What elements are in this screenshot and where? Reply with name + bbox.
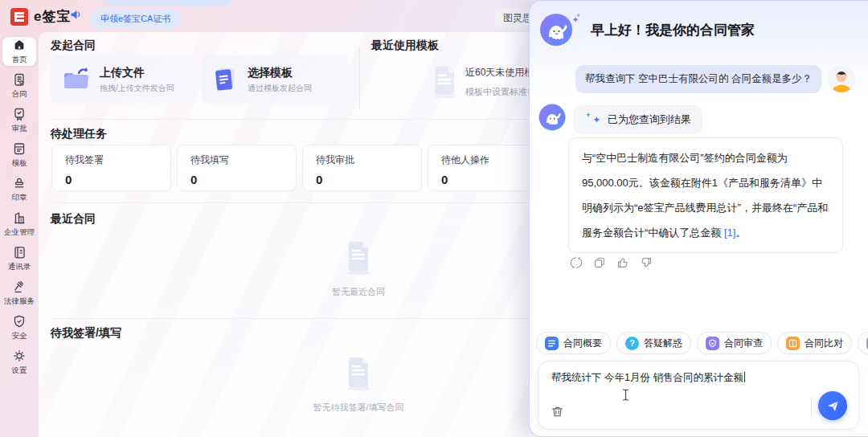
assistant-answer-card: 与“空中巴士制造有限公司”签约的合同金额为95,000.00元。该金额在附件1《… <box>568 137 843 253</box>
toast-ca-certificate[interactable]: 申领e签宝CA证书 <box>90 10 181 28</box>
vertical-divider <box>359 47 360 109</box>
empty-doc-icon <box>345 241 372 275</box>
citation-link[interactable]: [1] <box>724 227 735 239</box>
template-card-subtitle: 通过模板发起合同 <box>248 83 312 94</box>
contract-icon <box>12 72 27 87</box>
sidebar-item-security[interactable]: 安全 <box>2 313 36 342</box>
chat-input-box[interactable]: 帮我统计下 今年1月份 销售合同的累计金额 <box>538 361 859 430</box>
sidebar-item-settings[interactable]: 设置 <box>2 348 36 377</box>
sidebar-item-contracts[interactable]: 合同 <box>2 71 36 100</box>
recent-contracts-title: 最近合同 <box>51 212 96 227</box>
upload-file-card[interactable]: 上传文件 拖拽/上传文件发合同 <box>51 55 197 104</box>
toast-stack: 申领e签宝CA证书 <box>90 0 181 28</box>
shield-icon <box>12 314 27 329</box>
thumbs-down-icon[interactable] <box>640 256 653 269</box>
answer-actions <box>570 256 653 269</box>
upload-card-subtitle: 拖拽/上传文件发合同 <box>100 83 174 94</box>
answer-suffix: 。 <box>735 227 746 239</box>
pending-tasks-row: 待我签署 0 待我填写 0 待我审批 0 待他人操作 0 <box>51 145 547 191</box>
sidebar-item-templates[interactable]: 模板 <box>2 141 36 169</box>
recent-contracts-empty-state: 暂无最近合同 <box>317 241 400 298</box>
contract-summary-icon <box>545 337 559 350</box>
sidebar-item-legal[interactable]: 法律服务 <box>2 279 36 308</box>
logo-text: e签宝 <box>34 7 71 26</box>
template-icon <box>12 141 27 156</box>
chat-assistant-panel: 早上好！我是你的合同管家 帮我查询下 空中巴士有限公司的 合同金额是多少？ <box>529 0 868 437</box>
app-logo[interactable]: e签宝 <box>10 7 71 26</box>
user-message-row: 帮我查询下 空中巴士有限公司的 合同金额是多少？ <box>575 65 855 93</box>
sidebar-item-enterprise[interactable]: 企业管理 <box>2 210 36 239</box>
clear-input-icon[interactable] <box>551 405 564 419</box>
answer-text: 与“空中巴士制造有限公司”签约的合同金额为95,000.00元。该金额在附件1《… <box>582 152 828 239</box>
skill-qa[interactable]: ? 答疑解惑 <box>616 332 691 354</box>
choose-template-card[interactable]: 选择模板 通过模板发起合同 <box>202 55 348 104</box>
send-plane-icon <box>826 399 840 413</box>
sidebar-item-approvals[interactable]: 审批 <box>2 106 36 135</box>
esign-app: e签宝 申领e签宝CA证书 图灵思 首页 合同 <box>0 0 868 437</box>
send-button[interactable] <box>818 391 847 420</box>
template-doc-icon <box>212 66 238 93</box>
skill-contract-review[interactable]: 合同审查 <box>697 332 772 354</box>
skill-contract-compare[interactable]: 合同比对 <box>777 332 852 354</box>
chat-header: 早上好！我是你的合同管家 <box>539 12 755 47</box>
sparkle-icons <box>584 113 602 126</box>
my-tasks-title: 待我签署/填写 <box>51 326 121 341</box>
pending-tasks-title: 待处理任务 <box>51 127 107 141</box>
send-divider <box>811 397 812 416</box>
chat-greeting: 早上好！我是你的合同管家 <box>591 21 755 39</box>
assistant-avatar-small <box>537 102 567 133</box>
skill-chips-row: 合同概要 ? 答疑解惑 合同审查 合同比对 更多技能 <box>536 332 868 354</box>
regenerate-icon[interactable] <box>570 256 583 269</box>
ibeam-cursor <box>622 389 629 401</box>
approval-icon <box>12 107 27 121</box>
folder-upload-icon <box>61 66 90 93</box>
pending-card-to-fill[interactable]: 待我填写 0 <box>177 145 297 191</box>
qa-icon: ? <box>625 337 639 350</box>
template-card-title: 选择模板 <box>248 66 312 80</box>
gear-icon <box>12 349 27 363</box>
gavel-icon <box>12 280 27 294</box>
upload-card-title: 上传文件 <box>100 66 174 80</box>
toast-clipped <box>103 0 231 6</box>
sidebar-item-seals[interactable]: 印章 <box>2 175 36 204</box>
recent-templates-title: 最近使用模板 <box>371 39 439 53</box>
building-icon <box>12 210 27 225</box>
user-avatar <box>828 65 855 92</box>
thumbs-up-icon[interactable] <box>616 256 629 269</box>
user-message-bubble: 帮我查询下 空中巴士有限公司的 合同金额是多少？ <box>575 65 821 93</box>
copy-icon[interactable] <box>593 256 606 269</box>
seal-icon <box>12 176 27 190</box>
pending-card-to-approve[interactable]: 待我审批 0 <box>302 145 422 191</box>
initiate-section-title: 发起合同 <box>51 39 96 53</box>
query-status-pill: 已为您查询到结果 <box>573 105 702 134</box>
status-text: 已为您查询到结果 <box>608 112 691 127</box>
text-caret <box>744 372 745 382</box>
sidebar-item-contacts[interactable]: 通讯录 <box>2 244 36 273</box>
assistant-mascot-avatar <box>539 12 581 47</box>
contract-compare-icon <box>786 337 800 350</box>
empty-text: 暂无最近合同 <box>317 286 400 298</box>
my-tasks-empty-state: 暂无待我签署/填写合同 <box>309 357 408 414</box>
logo-icon <box>10 8 28 26</box>
doc-placeholder-icon <box>431 66 458 98</box>
recent-template-item[interactable]: 近60天未使用模板 模板中设置标准签署 <box>431 66 545 98</box>
announcement-area: 申领e签宝CA证书 <box>69 0 181 28</box>
empty-text: 暂无待我签署/填写合同 <box>309 402 408 414</box>
address-book-icon <box>12 245 27 259</box>
skill-contract-summary[interactable]: 合同概要 <box>536 332 611 354</box>
sidebar-item-home[interactable]: 首页 <box>2 37 36 66</box>
contract-review-icon <box>706 337 719 350</box>
pending-card-to-sign[interactable]: 待我签署 0 <box>51 145 171 191</box>
chat-input-value[interactable]: 帮我统计下 今年1月份 销售合同的累计金额 <box>551 371 745 385</box>
sidebar: 首页 合同 审批 模板 印章 <box>0 32 39 437</box>
megaphone-icon <box>69 7 84 22</box>
home-icon <box>12 38 27 52</box>
empty-doc-icon <box>345 357 372 390</box>
skill-more[interactable]: 更多技能 <box>858 332 868 354</box>
